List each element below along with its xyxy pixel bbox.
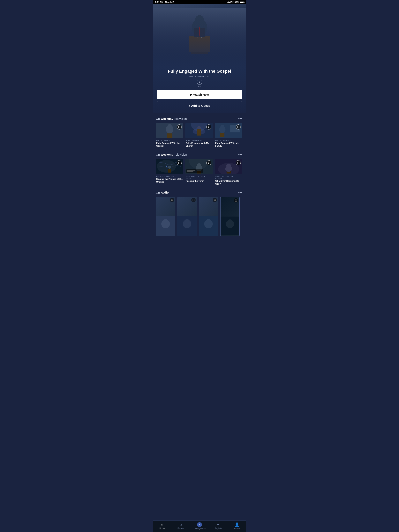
radio-title: On Radio [156, 191, 169, 194]
radio-thumb-svg-1 [156, 216, 175, 236]
svg-rect-15 [167, 133, 172, 138]
home-icon: ⌂ [161, 522, 163, 527]
status-time: 7:11 PM Thu Jul 7 [155, 1, 174, 3]
play-icon-1: ▶ [177, 124, 182, 129]
nav-home-label: Home [160, 527, 165, 529]
card-series-6: SOMEONE LIKE YOU: ELIJAH [215, 175, 242, 179]
svg-point-20 [197, 126, 201, 129]
hero-title: Fully Engaged With the Gospel [157, 69, 242, 74]
radio-thumb-svg-3 [199, 216, 218, 236]
status-bar: 7:11 PM Thu Jul 7 WiFi 100% [153, 0, 246, 4]
card-series-5: SOMEONE LIKE YOU: ELIJAH [186, 175, 212, 179]
weekday-tv-card-row: ▶ FULLY ENGAGED Fully Engaged With the G… [153, 123, 246, 148]
headphone-icon-2: 🎧 [191, 198, 196, 202]
weekday-tv-section: On Weekday Television ••• ▶ FULLY ENGAGE… [153, 113, 246, 149]
weekend-card-3[interactable]: ▶ SOMEONE LIKE YOU: ELIJAH What Ever Hap… [215, 159, 242, 186]
card-series-4: CHRIST ABOVE ALL [156, 175, 183, 177]
svg-point-14 [167, 124, 172, 128]
svg-point-56 [228, 219, 232, 224]
weekend-tv-section: On Weekend Television ••• [153, 149, 246, 187]
card-series-1: FULLY ENGAGED [156, 139, 183, 141]
battery-percent: 100% [233, 1, 239, 3]
weekend-card-1[interactable]: ▶ CHRIST ABOVE ALL Singing the Praises o… [156, 159, 183, 186]
weekday-card-1[interactable]: ▶ FULLY ENGAGED Fully Engaged With the G… [156, 123, 183, 148]
card-title-4: Singing the Praises of the Unsung [156, 177, 183, 183]
svg-point-50 [185, 219, 190, 224]
nav-turningpoint-label: TurningPoint+ [193, 527, 206, 530]
svg-point-44 [225, 166, 232, 172]
weekend-more-button[interactable]: ••• [238, 152, 243, 157]
svg-point-53 [206, 219, 211, 224]
weekday-more-button[interactable]: ••• [238, 116, 243, 121]
radio-thumb-svg-2 [177, 216, 197, 236]
play-icon-2: ▶ [206, 124, 211, 129]
card-series-3: FULLY ENGAGED [215, 139, 242, 141]
hero-image [153, 4, 246, 67]
play-icon-3: ▶ [236, 124, 241, 129]
radio-thumb-svg-4 [220, 216, 239, 235]
nav-playlists-label: Playlists [215, 527, 222, 529]
headphone-icon-4: 🎧 [234, 198, 238, 203]
svg-rect-19 [197, 129, 201, 136]
nav-explore-label: Explore [178, 527, 184, 529]
nav-explore[interactable]: ⌕ Explore [171, 522, 190, 530]
svg-rect-11 [153, 8, 246, 67]
hero-info-section: Fully Engaged With the Gospel FULLY ENGA… [153, 67, 246, 113]
svg-rect-30 [168, 169, 171, 173]
bottom-navigation: ⌂ Home ⌕ Explore + TurningPoint+ ≡ Playl… [153, 520, 246, 532]
radio-section: On Radio ••• 🎧 🎧 [153, 187, 246, 238]
add-to-queue-button[interactable]: + Add to Queue [157, 101, 242, 110]
status-indicators: WiFi 100% [226, 1, 244, 3]
radio-card-2[interactable]: 🎧 [177, 197, 197, 236]
weekend-thumb-1: ▶ [156, 159, 183, 174]
turningpoint-icon: + [197, 522, 202, 527]
svg-point-47 [163, 219, 168, 224]
weekend-card-2[interactable]: ▶ SOMEONE LIKE YOU: ELIJAH Passing the T… [185, 159, 213, 186]
radio-card-3[interactable]: 🎧 [199, 197, 218, 236]
weekend-tv-card-row: ▶ CHRIST ABOVE ALL Singing the Praises o… [153, 159, 246, 186]
svg-rect-39 [187, 171, 193, 172]
playlists-icon: ≡ [217, 522, 219, 527]
svg-point-31 [168, 166, 171, 169]
headphone-icon-3: 🎧 [213, 198, 217, 202]
info-label: Info [198, 85, 201, 88]
card-title-5: Passing the Torch [186, 180, 212, 182]
weekend-tv-title: On Weekend Television [156, 153, 187, 156]
nav-profile-label: Profile [234, 527, 240, 530]
weekday-card-3[interactable]: ▶ FULLY ENGAGED Fully Engaged With My Fa… [215, 123, 242, 148]
weekday-tv-title: On Weekday Television [156, 117, 187, 120]
play-icon-5: ▶ [206, 160, 211, 165]
nav-playlists[interactable]: ≡ Playlists [209, 522, 228, 530]
info-button[interactable]: i Info [157, 80, 242, 88]
radio-card-1[interactable]: 🎧 [156, 197, 175, 236]
nav-turningpoint[interactable]: + TurningPoint+ [190, 522, 209, 530]
search-icon: ⌕ [180, 522, 182, 527]
radio-card-4[interactable]: 🎧 [220, 197, 240, 236]
weekday-card-2[interactable]: ▶ FULLY ENGAGED Fully Engaged With My Ch… [185, 123, 213, 148]
radio-more-button[interactable]: ••• [238, 190, 243, 195]
hero-background-svg [153, 4, 246, 67]
profile-icon: 👤 [235, 522, 239, 527]
weekday-thumb-2: ▶ [185, 123, 213, 138]
bottom-spacer [153, 238, 246, 252]
card-series-2: FULLY ENGAGED [186, 139, 212, 141]
nav-home[interactable]: ⌂ Home [153, 522, 171, 530]
radio-card-row: 🎧 🎧 🎧 [153, 197, 246, 236]
weekday-tv-header: On Weekday Television ••• [153, 116, 246, 123]
svg-point-25 [220, 125, 224, 128]
radio-header: On Radio ••• [153, 190, 246, 197]
watch-now-button[interactable]: ▶ Watch Now [157, 90, 242, 99]
weekend-thumb-2: ▶ [185, 159, 213, 174]
svg-rect-26 [220, 133, 225, 137]
battery-icon [240, 1, 244, 3]
weekday-thumb-1: ▶ [156, 123, 183, 138]
headphone-icon-1: 🎧 [170, 198, 174, 202]
card-title-6: What Ever Happened to God? [215, 180, 242, 185]
card-title-2: Fully Engaged With My Church [186, 142, 212, 147]
nav-profile[interactable]: 👤 Profile [228, 522, 246, 530]
card-title-3: Fully Engaged With My Family [215, 142, 242, 147]
wifi-icon: WiFi [226, 1, 233, 3]
svg-rect-38 [187, 170, 195, 171]
info-circle-icon: i [197, 80, 202, 85]
weekend-tv-header: On Weekend Television ••• [153, 152, 246, 159]
